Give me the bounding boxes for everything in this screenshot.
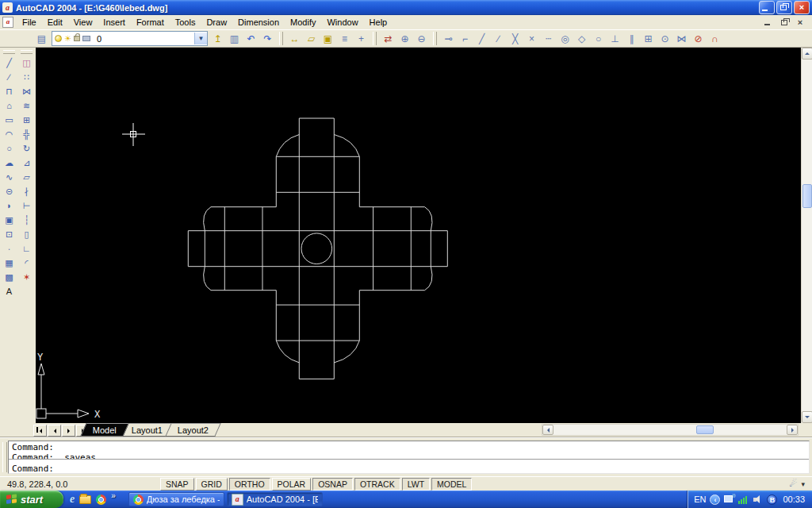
multiline-text-button[interactable]: A <box>2 284 17 298</box>
child-close-button[interactable]: × <box>795 17 806 27</box>
snap-extension-button[interactable]: ┄ <box>540 31 557 47</box>
tab-model[interactable]: Model <box>80 423 129 437</box>
drawing-canvas[interactable]: YX <box>36 48 801 423</box>
snap-tangent-button[interactable]: ○ <box>590 31 607 47</box>
snap-nearest-button[interactable]: ⋈ <box>673 31 690 47</box>
undo-button[interactable]: ↶ <box>243 31 259 47</box>
volume-icon[interactable] <box>753 495 763 504</box>
polygon-button[interactable]: ⌂ <box>2 98 17 113</box>
command-prompt-row[interactable]: Command: <box>9 460 809 473</box>
region-button[interactable]: ▩ <box>2 270 17 284</box>
hatch-button[interactable]: ▦ <box>2 256 17 270</box>
toolbar-grip[interactable] <box>21 50 33 54</box>
zoom-realtime-button[interactable]: ⊕ <box>396 31 413 47</box>
toolbar-grip[interactable] <box>433 32 437 45</box>
snap-center-button[interactable]: ◎ <box>557 31 573 47</box>
taskbar-task-autocad[interactable]: aAutoCAD 2004 - [E:\... <box>227 492 323 506</box>
menu-draw[interactable]: Draw <box>201 15 232 29</box>
menu-view[interactable]: View <box>68 15 98 29</box>
internet-explorer-icon[interactable]: e <box>70 494 75 505</box>
osnap-settings-button[interactable]: ∩ <box>707 31 723 47</box>
snap-none-button[interactable]: ⊘ <box>690 31 707 47</box>
toggle-snap[interactable]: SNAP <box>160 478 194 491</box>
statusbar-menu-arrow-icon[interactable]: ▾ <box>801 480 805 488</box>
construction-line-button[interactable]: ∕ <box>2 70 17 84</box>
snap-apparent-intersection-button[interactable]: × <box>523 31 540 47</box>
stretch-button[interactable]: ▱ <box>19 170 34 184</box>
snap-endpoint-button[interactable]: ╱ <box>473 31 490 47</box>
command-window-grip[interactable] <box>2 442 7 472</box>
snap-midpoint-button[interactable]: ∕ <box>490 31 507 47</box>
point-button[interactable]: ∙ <box>2 241 17 256</box>
area-button[interactable]: ▱ <box>303 31 320 47</box>
menu-insert[interactable]: Insert <box>98 15 131 29</box>
scale-button[interactable]: ⊿ <box>19 156 34 170</box>
mirror-button[interactable]: ⋈ <box>19 84 34 98</box>
scroll-up-button[interactable] <box>802 48 812 60</box>
overflow-chevron-icon[interactable]: » <box>111 492 116 500</box>
erase-button[interactable]: ◫ <box>19 56 34 70</box>
copy-button[interactable]: ∷ <box>19 70 34 84</box>
distance-button[interactable]: ↔ <box>286 31 303 47</box>
snap-node-button[interactable]: ⊙ <box>657 31 673 47</box>
explode-button[interactable]: ✶ <box>19 270 34 284</box>
command-history[interactable]: Command:Command: _saveas <box>9 441 809 460</box>
menu-help[interactable]: Help <box>364 15 393 29</box>
ellipse-button[interactable]: ⊝ <box>2 184 17 198</box>
hide-icons-chevron-icon[interactable]: ‹ <box>710 495 720 505</box>
signal-strength-icon[interactable] <box>738 495 749 504</box>
horizontal-scrollbar[interactable] <box>542 424 799 436</box>
toolbar-grip[interactable] <box>373 32 377 45</box>
command-text-area[interactable]: Command:Command: _saveas Command: <box>8 441 810 474</box>
menu-format[interactable]: Format <box>131 15 170 29</box>
rectangle-button[interactable]: ▭ <box>2 113 17 127</box>
snap-perpendicular-button[interactable]: ⊥ <box>607 31 623 47</box>
toolbar-grip[interactable] <box>3 50 15 54</box>
toggle-polar[interactable]: POLAR <box>272 478 312 491</box>
circle-button[interactable]: ○ <box>2 141 17 156</box>
tab-nav-prev-button[interactable] <box>48 425 61 437</box>
menu-window[interactable]: Window <box>321 15 363 29</box>
toggle-otrack[interactable]: OTRACK <box>354 478 400 491</box>
toolbar-grip[interactable] <box>279 32 283 45</box>
make-block-button[interactable]: ⊡ <box>2 227 17 241</box>
minimize-button[interactable] <box>759 1 775 14</box>
mass-properties-button[interactable]: ▣ <box>320 31 336 47</box>
menu-file[interactable]: File <box>17 15 42 29</box>
tab-nav-first-button[interactable] <box>33 425 47 437</box>
horizontal-scroll-thumb[interactable] <box>696 425 714 434</box>
rotate-button[interactable]: ↻ <box>19 141 34 156</box>
layer-previous-button[interactable]: ▥ <box>226 31 243 47</box>
restore-button[interactable] <box>776 1 792 14</box>
start-button[interactable]: start <box>0 491 63 508</box>
line-button[interactable]: ╱ <box>2 56 17 70</box>
chrome-icon[interactable] <box>96 495 106 505</box>
snap-parallel-button[interactable]: ∥ <box>623 31 640 47</box>
locate-point-button[interactable]: + <box>353 31 370 47</box>
toggle-osnap[interactable]: OSNAP <box>312 478 353 491</box>
tab-layout2[interactable]: Layout2 <box>165 423 221 437</box>
toggle-grid[interactable]: GRID <box>196 478 228 491</box>
extend-button[interactable]: ⊢ <box>19 198 34 213</box>
folder-icon[interactable] <box>79 495 91 504</box>
menu-dimension[interactable]: Dimension <box>232 15 285 29</box>
vertical-scrollbar[interactable] <box>801 48 812 423</box>
snap-quadrant-button[interactable]: ◇ <box>573 31 590 47</box>
bluetooth-icon[interactable]: B <box>767 495 777 505</box>
fillet-button[interactable]: ◜ <box>19 256 34 270</box>
menu-tools[interactable]: Tools <box>170 15 201 29</box>
trim-button[interactable]: ∤ <box>19 184 34 198</box>
polyline-button[interactable]: ⊓ <box>2 84 17 98</box>
zoom-previous-button[interactable]: ⊖ <box>413 31 430 47</box>
toggle-ortho[interactable]: ORTHO <box>229 478 270 491</box>
snap-insert-button[interactable]: ⊞ <box>640 31 657 47</box>
network-monitor-icon[interactable] <box>724 495 734 503</box>
taskbar-task-chrome[interactable]: Дюза за лебедка - ... <box>128 492 224 506</box>
scroll-right-button[interactable] <box>787 425 798 435</box>
tab-nav-next-button[interactable] <box>62 425 75 437</box>
temporary-track-point-button[interactable]: ⊸ <box>440 31 457 47</box>
insert-block-button[interactable]: ▣ <box>2 213 17 227</box>
snap-from-button[interactable]: ⌐ <box>457 31 473 47</box>
snap-intersection-button[interactable]: ╳ <box>507 31 523 47</box>
offset-button[interactable]: ≋ <box>19 98 34 113</box>
